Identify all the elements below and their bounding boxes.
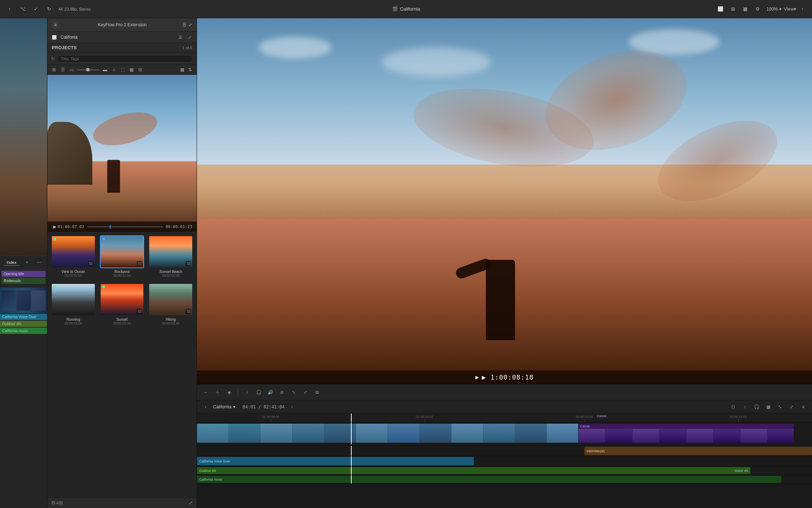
timeline-item-redwoods[interactable]: Redwoods — [1, 278, 46, 284]
tl-blade-btn[interactable]: ◈ — [225, 388, 233, 397]
grid-thumb-sunset[interactable]: ⬛ — [100, 283, 144, 316]
filter-icon[interactable]: ▦ — [128, 67, 134, 73]
view-toggle-icon[interactable]: ▦ — [742, 5, 749, 13]
tl-expand-btn[interactable]: ⤡ — [289, 388, 298, 397]
top-bar-left: ↑ ⌥ ✓ ↻ 4K 23.98p, Stereo — [6, 5, 91, 13]
grid-item-sunset[interactable]: ⬛ Sunset 00:00:02:00 — [100, 283, 144, 325]
tl-ctrl-fullscreen[interactable]: ⤢ — [787, 403, 796, 411]
grid-thumb-hiking[interactable]: ⬛ — [148, 283, 193, 316]
index-add-btn[interactable]: + — [23, 258, 31, 267]
tl-fullscreen-btn[interactable]: ⤢ — [301, 388, 310, 397]
tl-audio-btn[interactable]: ♪ — [243, 388, 251, 397]
grid-thumb-sunset-beach[interactable]: ⬛ — [148, 235, 193, 268]
music-track-row: California music — [197, 475, 812, 484]
settings-icon[interactable]: ⚙ — [754, 5, 761, 13]
monitor-small-icon[interactable]: ⬜ — [51, 34, 58, 41]
monitor-icon[interactable]: ⬜ — [717, 5, 724, 13]
keyflow-preview-image — [47, 75, 197, 232]
speaker-icon[interactable]: ♫ — [111, 67, 117, 73]
keyflow-preview-area[interactable]: ▶ 01:00:07:02 00:00:01:23 — [47, 75, 197, 232]
rect-large-icon[interactable]: ▬ — [102, 67, 108, 73]
tl-vol-btn[interactable]: 🔊 — [266, 388, 275, 397]
image-icon[interactable]: ⬚ — [120, 67, 125, 73]
grid-thumb-rockpool[interactable]: ⬛ — [100, 235, 144, 268]
index-options-btn[interactable]: ⋯ — [35, 258, 43, 267]
canoe-top-label: Canoe — [597, 414, 607, 418]
expand-panel-btn[interactable]: ⤢ — [189, 500, 193, 506]
grid-item-rockpool[interactable]: ⬛ Rockpool 00:00:02:00 — [100, 235, 144, 277]
sfx-playhead — [351, 466, 352, 475]
timeline-item-opening[interactable]: Opening title — [1, 271, 46, 277]
import-icon[interactable]: ↻ — [45, 5, 53, 13]
tl-ctrl-headphone[interactable]: 🎧 — [752, 403, 761, 411]
outdoor-sfx-bar[interactable]: Outdoor sfx Water sfx — [197, 467, 750, 474]
grid-label-view: View to Ocean — [51, 270, 96, 274]
tl-mute-btn[interactable]: ⊘ — [278, 388, 286, 397]
canoe-video-clip[interactable]: Canoe — [579, 424, 794, 443]
grid-label-rockpool: Rockpool — [100, 270, 144, 274]
main-video-clip[interactable] — [197, 424, 578, 443]
grid-label-running: Running — [51, 318, 96, 322]
grid-icon[interactable]: ⊞ — [51, 67, 57, 73]
rect-icon[interactable]: ▭ — [69, 67, 74, 73]
music-audio-bar[interactable]: California music — [197, 476, 781, 483]
list-icon[interactable]: ☰ — [60, 67, 66, 73]
tl-ctrl-2[interactable]: ↕ — [741, 403, 749, 411]
grid-item-hiking[interactable]: ⬛ Hiking 00:00:02:00 — [148, 283, 193, 325]
california-music-bar: California music — [0, 328, 47, 334]
grid-label-hiking: Hiking — [148, 318, 193, 322]
vo-audio-bar[interactable]: California Voice Over — [197, 457, 474, 465]
search-input[interactable] — [57, 55, 193, 62]
playhead-marker — [351, 413, 352, 422]
tl-crop-btn[interactable]: ⧉ — [313, 388, 321, 397]
tl-snap-btn[interactable]: ↔ — [201, 388, 210, 397]
grid-view-icon[interactable]: ⊞ — [729, 5, 736, 13]
check-icon[interactable]: ✓ — [32, 5, 39, 13]
keyflow-nav: ⬜ Califonia ☰ ⤢ — [47, 32, 197, 43]
interview-track-content: interview.pt1 — [197, 446, 812, 456]
keyflow-expand-icon[interactable]: ⤢ — [189, 22, 192, 27]
main-preview[interactable]: ▶ ▶ 1:00:08:18 — [197, 18, 812, 384]
export-icon[interactable]: ↑ — [799, 5, 806, 13]
video-track-row: Canoe — [197, 422, 812, 446]
project-dropdown-icon[interactable]: ▾ — [233, 404, 235, 409]
tl-headphone-btn[interactable]: 🎧 — [254, 388, 263, 397]
grid-thumb-running[interactable] — [51, 283, 96, 316]
timeline-prev-btn[interactable]: ‹ — [201, 403, 210, 411]
film-icon: 🎬 — [392, 6, 398, 12]
tl-ctrl-settings[interactable]: ≡ — [799, 403, 808, 411]
water-sfx-label: Water sfx — [735, 469, 749, 473]
interview-audio-bar[interactable]: interview.pt1 — [584, 447, 812, 455]
play-button[interactable]: ▶ — [52, 224, 58, 230]
settings-btn[interactable]: ⚙ — [51, 500, 56, 506]
tl-ctrl-expand[interactable]: ⤡ — [776, 403, 784, 411]
sort-icon[interactable]: ⇅ — [187, 67, 193, 73]
video-track-content: Canoe — [197, 422, 812, 446]
music-audio-label: California music — [199, 478, 223, 481]
grid-btn[interactable]: ⊞ — [59, 500, 63, 506]
hierarchy-icon[interactable]: ⊟ — [137, 67, 143, 73]
grid-thumb-view-to-ocean[interactable]: ⬛ — [51, 235, 96, 268]
sidebar-toggle-btn[interactable]: ≡ — [52, 21, 59, 28]
nav-list-icon[interactable]: ☰ — [177, 34, 183, 41]
view-mode-icon[interactable]: ▩ — [179, 67, 185, 73]
grid-item-sunset-beach[interactable]: ⬛ Sunset Beach 00:00:02:00 — [148, 235, 193, 277]
size-slider[interactable] — [77, 69, 99, 70]
zoom-control[interactable]: 100% ▾ — [766, 7, 781, 12]
grid-item-view-to-ocean[interactable]: ⬛ View to Ocean 00:00:02:00 — [51, 235, 96, 277]
nav-expand-icon[interactable]: ⤢ — [186, 34, 193, 41]
filter-btn[interactable]: ≡ — [56, 500, 59, 506]
index-tab[interactable]: Index — [4, 259, 19, 266]
grid-item-running[interactable]: Running 00:00:02:00 — [51, 283, 96, 325]
view-button[interactable]: View ▾ — [786, 5, 794, 13]
tl-trim-btn[interactable]: ⊹ — [213, 388, 222, 397]
tl-ctrl-vol[interactable]: ▦ — [764, 403, 773, 411]
timeline-next-btn[interactable]: › — [287, 403, 296, 411]
ruler-label-3: 01:00:12:00 — [576, 415, 593, 419]
keyflow-list-icon[interactable]: ☰ — [182, 22, 186, 27]
tl-ctrl-1[interactable]: ⟨⟩ — [729, 403, 738, 411]
share-icon[interactable]: ↑ — [6, 5, 13, 13]
california-vo-bar: California Voice Over — [0, 314, 47, 320]
sync-icon[interactable]: ↻ — [51, 56, 55, 61]
link-icon[interactable]: ⌥ — [19, 5, 26, 13]
